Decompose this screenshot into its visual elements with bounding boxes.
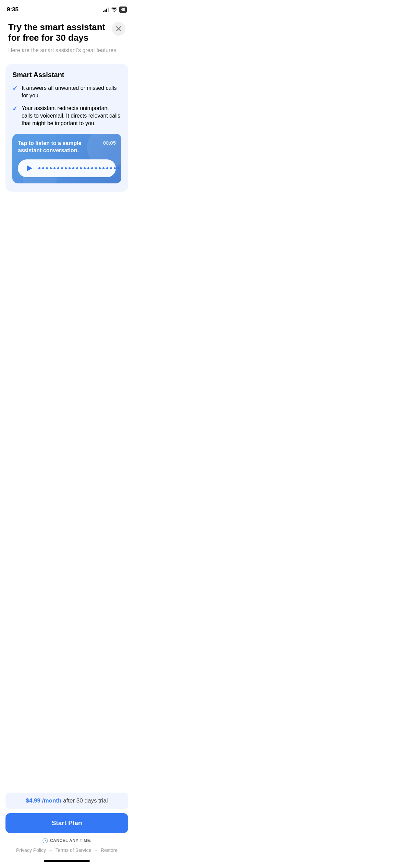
audio-label: Tap to listen to a sample assistant conv… <box>18 140 82 154</box>
signal-icon <box>103 7 109 12</box>
feature-text-1: It answers all unwanted or missed calls … <box>22 84 121 100</box>
feature-item-1: ✓ It answers all unwanted or missed call… <box>12 84 121 100</box>
audio-header: Tap to listen to a sample assistant conv… <box>18 140 116 154</box>
play-button[interactable] <box>23 163 34 174</box>
battery-icon: 45 <box>119 7 127 13</box>
status-bar: 9:35 45 <box>0 0 134 16</box>
audio-controls[interactable] <box>18 159 116 177</box>
check-icon-1: ✓ <box>12 85 17 92</box>
feature-card: Smart Assistant ✓ It answers all unwante… <box>5 64 128 192</box>
feature-item-2: ✓ Your assistant redirects unimportant c… <box>12 105 121 128</box>
feature-text-2: Your assistant redirects unimportant cal… <box>22 105 121 128</box>
close-button[interactable] <box>112 22 125 36</box>
wifi-icon <box>111 7 117 13</box>
feature-card-title: Smart Assistant <box>12 71 121 79</box>
check-icon-2: ✓ <box>12 105 17 112</box>
main-content: Try the smart assistant for free for 30 … <box>0 16 134 274</box>
status-time: 9:35 <box>7 6 19 13</box>
page-title: Try the smart assistant for free for 30 … <box>8 22 125 43</box>
audio-time: 00:05 <box>103 140 116 146</box>
status-icons: 45 <box>103 7 127 13</box>
waveform-dots <box>38 167 120 169</box>
page-header: Try the smart assistant for free for 30 … <box>0 16 134 57</box>
page-subtitle: Here are the smart assistant's great fea… <box>8 47 125 54</box>
audio-player-card[interactable]: Tap to listen to a sample assistant conv… <box>12 134 121 184</box>
play-triangle-icon <box>27 165 32 171</box>
